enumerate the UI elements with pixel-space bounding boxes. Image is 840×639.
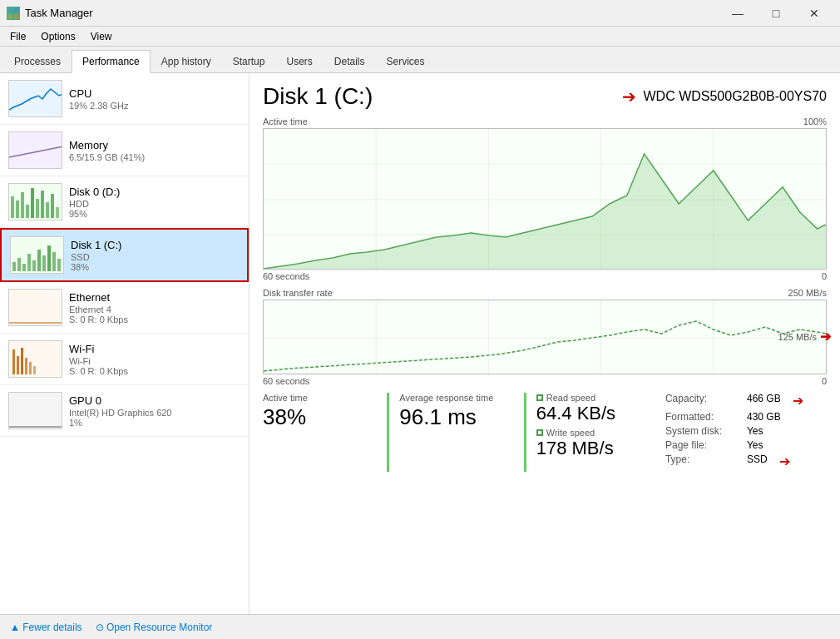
system-disk-label: System disk: [665, 425, 740, 437]
disk1-info: Disk 1 (C:) SSD 38% [71, 239, 239, 272]
transfer-seconds: 60 seconds [263, 376, 309, 386]
wifi-speed: S: 0 R: 0 Kbps [69, 366, 240, 376]
active-time-bottom-row: 60 seconds 0 [263, 271, 827, 281]
speed-stats: Read speed 64.4 KB/s Write speed 178 MB/… [536, 393, 665, 472]
content-area: Disk 1 (C:) ➔ WDC WDS500G2B0B-00YS70 Act… [250, 73, 840, 614]
gpu-model: Intel(R) HD Graphics 620 [69, 408, 240, 418]
tab-performance[interactable]: Performance [72, 50, 151, 73]
sidebar-item-ethernet[interactable]: Ethernet Ethernet 4 S: 0 R: 0 Kbps [0, 282, 249, 334]
write-speed-value: 178 MB/s [536, 438, 665, 459]
sidebar-item-gpu[interactable]: GPU 0 Intel(R) HD Graphics 620 1% [0, 385, 249, 437]
sidebar: CPU 19% 2.38 GHz Memory 6.5/15.9 GB (41%… [0, 73, 250, 614]
svg-rect-15 [51, 194, 54, 218]
disk1-type: SSD [71, 252, 239, 262]
fewer-details-label[interactable]: ▲ Fewer details [10, 622, 82, 633]
open-resource-monitor-item[interactable]: ⊙ Open Resource Monitor [96, 622, 213, 633]
maximize-button[interactable]: □ [757, 0, 795, 27]
page-file-label: Page file: [665, 439, 740, 451]
sidebar-item-disk1[interactable]: Disk 1 (C:) SSD 38% [0, 228, 249, 282]
gpu-name: GPU 0 [69, 394, 240, 407]
capacity-label: Capacity: [665, 393, 740, 409]
svg-rect-18 [12, 262, 16, 271]
disk-info-block: Capacity: 466 GB ➔ Formatted: 430 GB Sys… [665, 393, 827, 472]
svg-rect-31 [12, 349, 15, 374]
gpu-thumbnail [8, 392, 62, 429]
write-speed-stat: Write speed 178 MB/s [536, 428, 665, 459]
svg-rect-35 [29, 362, 32, 374]
active-time-label-row: Active time 100% [263, 116, 827, 126]
disk0-info: Disk 0 (D:) HDD 95% [69, 186, 240, 219]
page-file-row: Page file: Yes [665, 439, 827, 451]
system-disk-row: System disk: Yes [665, 425, 827, 437]
transfer-rate-max: 250 MB/s [788, 288, 827, 298]
active-time-label: Active time [263, 116, 308, 126]
transfer-rate-chart [263, 300, 827, 374]
transfer-rate-chart-section: Disk transfer rate 250 MB/s [263, 288, 827, 386]
memory-thumbnail [8, 131, 62, 169]
cpu-name: CPU [69, 87, 240, 100]
sidebar-item-disk0[interactable]: Disk 0 (D:) HDD 95% [0, 176, 249, 228]
svg-rect-3 [14, 14, 19, 19]
ethernet-info: Ethernet Ethernet 4 S: 0 R: 0 Kbps [69, 291, 240, 324]
svg-rect-9 [21, 192, 24, 218]
system-disk-value: Yes [747, 425, 763, 437]
sidebar-item-memory[interactable]: Memory 6.5/15.9 GB (41%) [0, 125, 249, 176]
svg-rect-33 [21, 348, 23, 374]
close-button[interactable]: ✕ [795, 0, 833, 27]
disk-title: Disk 1 (C:) [263, 83, 373, 110]
svg-rect-7 [11, 196, 14, 218]
formatted-value: 430 GB [747, 411, 781, 423]
tab-details[interactable]: Details [324, 50, 376, 72]
tab-app-history[interactable]: App history [151, 50, 222, 72]
gpu-info: GPU 0 Intel(R) HD Graphics 620 1% [69, 394, 240, 428]
write-speed-dot [536, 429, 543, 436]
minimize-button[interactable]: — [719, 0, 757, 27]
menu-options[interactable]: Options [34, 29, 82, 44]
read-speed-divider [387, 393, 389, 472]
ethernet-name: Ethernet [69, 291, 240, 304]
fewer-details-item[interactable]: ▲ Fewer details [10, 622, 82, 633]
content-header: Disk 1 (C:) ➔ WDC WDS500G2B0B-00YS70 [263, 83, 827, 110]
transfer-rate-mid-label: 125 MB/s [778, 332, 817, 342]
app-icon [7, 7, 20, 20]
disk1-thumbnail [10, 236, 64, 274]
gpu-pct: 1% [69, 418, 240, 428]
svg-rect-0 [7, 7, 12, 12]
open-resource-monitor-label[interactable]: ⊙ Open Resource Monitor [96, 622, 213, 633]
tab-processes[interactable]: Processes [3, 50, 72, 72]
window-controls: — □ ✕ [719, 0, 833, 27]
response-time-value: 96.1 ms [399, 404, 506, 430]
svg-rect-21 [27, 254, 31, 271]
svg-rect-14 [46, 202, 49, 218]
menu-file[interactable]: File [3, 29, 32, 44]
ethernet-adapter: Ethernet 4 [69, 305, 240, 315]
svg-rect-10 [26, 205, 29, 218]
disk0-pct: 95% [69, 209, 240, 219]
svg-rect-4 [9, 81, 62, 116]
svg-rect-5 [9, 132, 62, 168]
wifi-thumbnail [8, 340, 62, 378]
svg-rect-2 [7, 14, 12, 19]
type-arrow-icon: ➔ [779, 453, 790, 469]
window-title: Task Manager [25, 7, 93, 19]
write-speed-label: Write speed [536, 428, 665, 438]
wifi-info: Wi-Fi Wi-Fi S: 0 R: 0 Kbps [69, 343, 240, 376]
response-time-label: Average response time [399, 393, 506, 403]
svg-rect-25 [47, 245, 51, 271]
menu-view[interactable]: View [84, 29, 119, 44]
tab-bar: Processes Performance App history Startu… [0, 47, 840, 73]
transfer-rate-label-row: Disk transfer rate 250 MB/s [263, 288, 827, 298]
svg-rect-34 [25, 358, 27, 374]
active-time-stat-label: Active time [263, 393, 370, 403]
sidebar-item-cpu[interactable]: CPU 19% 2.38 GHz [0, 73, 249, 125]
svg-rect-20 [22, 264, 26, 271]
sidebar-item-wifi[interactable]: Wi-Fi Wi-Fi S: 0 R: 0 Kbps [0, 334, 249, 385]
tab-users[interactable]: Users [275, 50, 323, 72]
active-time-chart [263, 128, 827, 270]
capacity-arrow-icon: ➔ [793, 393, 803, 409]
disk-model-text: WDC WDS500G2B0B-00YS70 [643, 89, 827, 104]
tab-startup[interactable]: Startup [222, 50, 276, 72]
disk0-thumbnail [8, 183, 62, 220]
tab-services[interactable]: Services [376, 50, 436, 72]
ethernet-speed: S: 0 R: 0 Kbps [69, 315, 240, 324]
